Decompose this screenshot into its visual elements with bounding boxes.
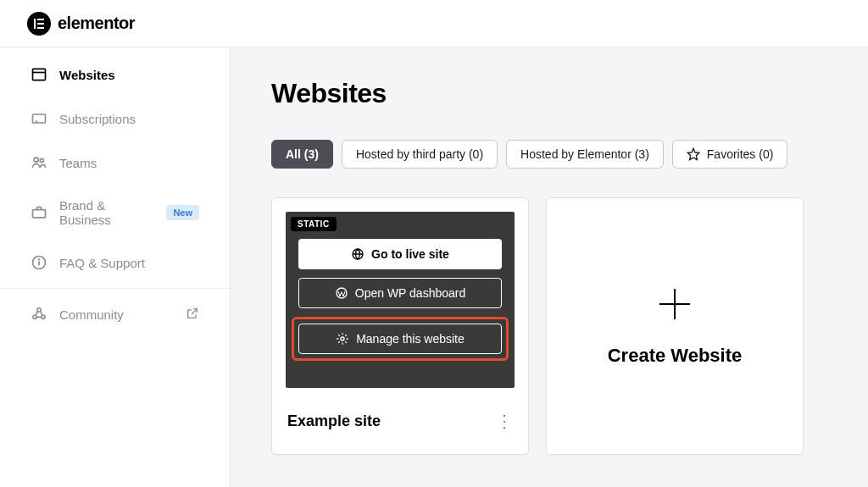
info-icon	[31, 254, 47, 271]
new-badge: New	[166, 205, 199, 220]
logo-text: elementor	[58, 14, 135, 33]
sidebar-item-label: Brand & Business	[59, 198, 154, 227]
filter-bar: All (3) Hosted by third party (0) Hosted…	[271, 140, 827, 169]
svg-rect-6	[33, 114, 46, 123]
svg-point-14	[37, 308, 41, 312]
create-website-card[interactable]: Create Website	[546, 197, 804, 455]
logo-mark-icon	[27, 12, 51, 36]
briefcase-icon	[31, 204, 47, 221]
sidebar: Websites Subscriptions Teams Brand & Bus…	[0, 47, 231, 487]
star-icon	[687, 147, 700, 161]
brand-logo[interactable]: elementor	[27, 12, 135, 36]
go-to-live-site-button[interactable]: Go to live site	[298, 239, 502, 269]
svg-rect-1	[37, 19, 44, 20]
card-icon	[31, 110, 47, 127]
svg-point-9	[40, 158, 43, 162]
filter-label: All (3)	[286, 147, 319, 161]
card-preview: STATIC Go to live site Open WP dashboard…	[286, 212, 515, 388]
button-label: Open WP dashboard	[355, 286, 466, 300]
filter-third-party[interactable]: Hosted by third party (0)	[342, 140, 498, 169]
people-icon	[31, 154, 47, 171]
create-label: Create Website	[608, 345, 743, 367]
sidebar-item-label: FAQ & Support	[59, 256, 145, 270]
sidebar-item-faq[interactable]: FAQ & Support	[0, 241, 230, 285]
svg-rect-4	[33, 69, 46, 80]
sidebar-divider	[0, 288, 230, 289]
page-title: Websites	[271, 78, 827, 109]
sidebar-item-label: Subscriptions	[59, 112, 136, 126]
manage-website-button[interactable]: Manage this website	[298, 324, 502, 354]
filter-label: Hosted by third party (0)	[356, 147, 483, 161]
sidebar-item-brand-business[interactable]: Brand & Business New	[0, 185, 230, 241]
svg-marker-17	[687, 148, 698, 159]
filter-label: Hosted by Elementor (3)	[520, 147, 649, 161]
svg-rect-3	[37, 27, 44, 29]
card-title: Example site	[287, 412, 381, 430]
open-wp-dashboard-button[interactable]: Open WP dashboard	[298, 278, 502, 308]
svg-point-20	[341, 337, 344, 340]
button-label: Go to live site	[371, 247, 449, 261]
browser-icon	[31, 66, 47, 83]
filter-label: Favorites (0)	[707, 147, 774, 161]
filter-all[interactable]: All (3)	[271, 140, 333, 169]
static-tag: STATIC	[291, 217, 337, 231]
svg-rect-2	[37, 23, 44, 25]
globe-icon	[351, 247, 364, 261]
filter-elementor[interactable]: Hosted by Elementor (3)	[506, 140, 664, 169]
svg-rect-10	[33, 210, 46, 218]
plus-icon	[656, 285, 693, 323]
svg-point-8	[34, 158, 38, 162]
community-icon	[31, 306, 47, 323]
sidebar-item-teams[interactable]: Teams	[0, 141, 230, 185]
highlighted-action: Manage this website	[292, 317, 509, 361]
website-card: STATIC Go to live site Open WP dashboard…	[271, 197, 529, 455]
external-link-icon	[186, 307, 199, 323]
sidebar-item-label: Community	[59, 307, 124, 322]
sidebar-item-websites[interactable]: Websites	[0, 53, 230, 97]
sidebar-item-subscriptions[interactable]: Subscriptions	[0, 97, 230, 141]
button-label: Manage this website	[356, 332, 465, 346]
wordpress-icon	[335, 286, 348, 300]
gear-icon	[336, 332, 349, 346]
sidebar-item-label: Teams	[59, 156, 97, 170]
card-menu-button[interactable]: ⋮	[496, 412, 513, 429]
cards-grid: STATIC Go to live site Open WP dashboard…	[271, 197, 827, 455]
svg-point-13	[39, 259, 40, 260]
main-content: Websites All (3) Hosted by third party (…	[231, 47, 868, 487]
app-header: elementor	[0, 0, 868, 47]
filter-favorites[interactable]: Favorites (0)	[672, 140, 788, 169]
sidebar-item-community[interactable]: Community	[0, 292, 230, 336]
sidebar-item-label: Websites	[59, 68, 115, 82]
card-footer: Example site ⋮	[272, 388, 528, 454]
svg-rect-0	[34, 19, 36, 29]
